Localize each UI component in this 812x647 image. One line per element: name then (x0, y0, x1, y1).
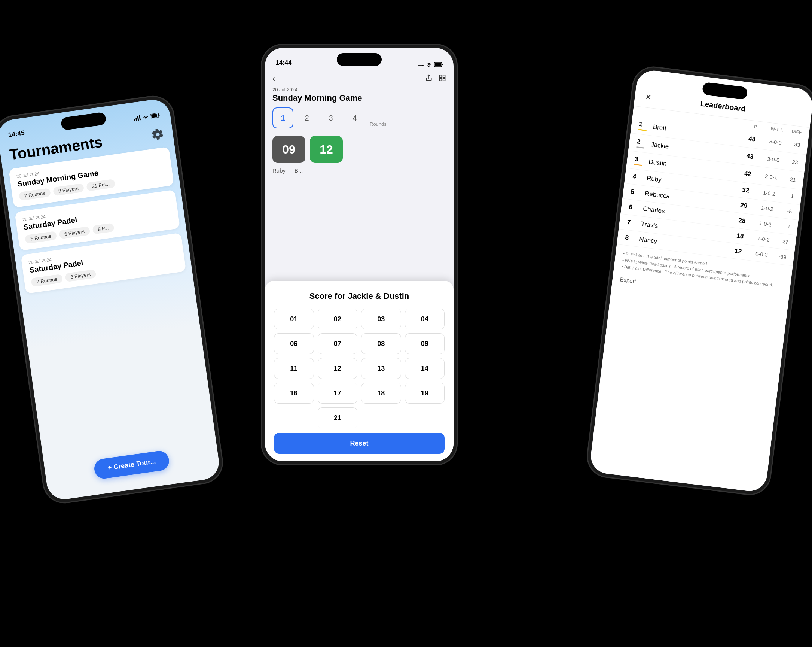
back-button[interactable]: ‹ (272, 73, 275, 84)
signal-dots-icon (418, 63, 424, 66)
rank-bar-1 (638, 129, 647, 131)
score-btn-13[interactable]: 13 (361, 358, 401, 379)
player-ruby: Ruby (272, 167, 285, 174)
lb-diff-7: -27 (769, 237, 789, 245)
signal-icon (133, 115, 141, 121)
player-b: B... (295, 167, 303, 174)
tag-players-1: 8 Players (53, 183, 85, 196)
score-grid: 01 02 03 04 06 07 08 09 11 12 13 14 16 1… (274, 309, 444, 428)
score-btn-03[interactable]: 03 (361, 309, 401, 329)
lb-rank-header (641, 113, 652, 114)
gear-icon[interactable] (151, 128, 165, 141)
svg-rect-2 (137, 116, 139, 121)
score-btn-14[interactable]: 14 (405, 358, 445, 379)
tournaments-screen: Tournaments 20 Jul 2024 Sunday Morning G… (0, 98, 221, 502)
score-modal: Score for Jackie & Dustin 01 02 03 04 06… (265, 281, 453, 461)
phone-score: 14:44 ‹ (262, 45, 456, 464)
leaderboard-screen: ✕ Leaderboard P W-T-L DIFF 1 Bret (589, 69, 812, 493)
score-btn-09[interactable]: 09 (405, 333, 445, 354)
wifi-icon (142, 114, 149, 119)
svg-rect-13 (443, 75, 445, 77)
round-tab-1[interactable]: 1 (272, 107, 293, 128)
svg-rect-1 (136, 118, 137, 121)
lb-wtl-3: 2-0-1 (751, 171, 778, 180)
lb-title: Leaderboard (700, 99, 746, 113)
score-btn-17[interactable]: 17 (318, 382, 358, 404)
lb-wtl-8: 0-0-3 (741, 249, 768, 258)
score-game-name: Sunday Morning Game (265, 93, 453, 107)
score-players: Ruby B... (265, 167, 453, 177)
lb-p-2: 43 (734, 151, 754, 161)
lb-rank-2: 2 (636, 138, 649, 148)
close-button[interactable]: ✕ (642, 90, 655, 104)
tournament-list: 20 Jul 2024 Sunday Morning Game 7 Rounds… (3, 146, 192, 294)
lb-p-8: 12 (723, 246, 742, 255)
wifi-icon-2 (426, 62, 432, 67)
score-btn-18[interactable]: 18 (361, 382, 401, 404)
share-icon[interactable] (425, 74, 433, 84)
lb-rank-7: 7 (626, 219, 638, 228)
round-tab-2[interactable]: 2 (296, 107, 317, 128)
phone-leaderboard: ✕ Leaderboard P W-T-L DIFF 1 Bret (586, 65, 812, 497)
round-tab-3[interactable]: 3 (320, 107, 341, 128)
time-2: 14:44 (275, 59, 292, 67)
lb-wtl-2: 3-0-0 (753, 154, 780, 163)
lb-rank-8: 8 (624, 234, 636, 243)
score-modal-title: Score for Jackie & Dustin (274, 291, 444, 301)
lb-p-1: 48 (736, 134, 756, 144)
svg-rect-12 (440, 75, 442, 77)
score-btn-12[interactable]: 12 (318, 358, 358, 379)
lb-p-3: 42 (732, 168, 752, 178)
lb-wtl-4: 1-0-2 (749, 188, 775, 197)
score-btn-06[interactable]: 06 (274, 333, 314, 354)
score-btn-01[interactable]: 01 (274, 309, 314, 329)
lb-diff-8: -39 (768, 252, 787, 260)
lb-p-7: 18 (725, 231, 744, 240)
time-1: 14:45 (8, 129, 25, 139)
grid-icon[interactable] (438, 74, 446, 84)
dynamic-island-2 (337, 53, 382, 66)
lb-p-header: P (738, 122, 757, 130)
lb-rank-6: 6 (628, 203, 640, 212)
score-btn-11[interactable]: 11 (274, 358, 314, 379)
lb-p-4: 32 (730, 185, 749, 195)
phone-tournaments: 14:45 Tournaments 20 Jul 2024 Sunday Mor… (0, 94, 224, 505)
score-team2: 12 (310, 136, 343, 163)
score-team1: 09 (272, 136, 305, 163)
tag-points-1: 21 Poi... (86, 179, 115, 191)
lb-diff-6: -7 (771, 222, 791, 230)
score-btn-21[interactable]: 21 (318, 407, 358, 428)
svg-rect-5 (151, 114, 157, 118)
nav-icons (425, 74, 446, 84)
svg-rect-10 (435, 63, 441, 66)
score-btn-19[interactable]: 19 (405, 382, 445, 404)
lb-diff-header: DIFF (783, 128, 802, 135)
lb-wtl-7: 1-0-2 (743, 234, 770, 243)
score-btn-07[interactable]: 07 (318, 333, 358, 354)
create-tournament-button[interactable]: + Create Tour... (93, 450, 171, 480)
svg-rect-3 (139, 115, 141, 120)
lb-p-5: 29 (728, 200, 748, 210)
reset-button[interactable]: Reset (274, 433, 444, 454)
score-btn-16[interactable]: 16 (274, 382, 314, 404)
score-btn-04[interactable]: 04 (405, 309, 445, 329)
score-game-date: 20 Jul 2024 (265, 86, 453, 93)
round-tab-4[interactable]: 4 (344, 107, 365, 128)
tag-rounds-1: 7 Rounds (19, 188, 51, 201)
lb-wtl-6: 1-0-2 (745, 218, 772, 227)
svg-rect-0 (134, 119, 136, 121)
lb-diff-2: 23 (779, 157, 798, 165)
lb-diff-5: -5 (773, 206, 792, 214)
lb-p-6: 28 (726, 215, 746, 225)
score-btn-08[interactable]: 08 (361, 333, 401, 354)
score-display: 09 12 (265, 132, 453, 167)
lb-diff-4: 1 (775, 191, 794, 199)
score-btn-02[interactable]: 02 (318, 309, 358, 329)
svg-rect-15 (443, 78, 445, 81)
rounds-tabs: 1 2 3 4 Rounds (265, 107, 453, 132)
svg-point-7 (420, 65, 422, 66)
tag-players-2: 6 Players (59, 226, 90, 239)
score-nav: ‹ (265, 70, 453, 86)
rank-bar-3 (634, 164, 642, 166)
lb-diff-3: 21 (777, 175, 796, 183)
